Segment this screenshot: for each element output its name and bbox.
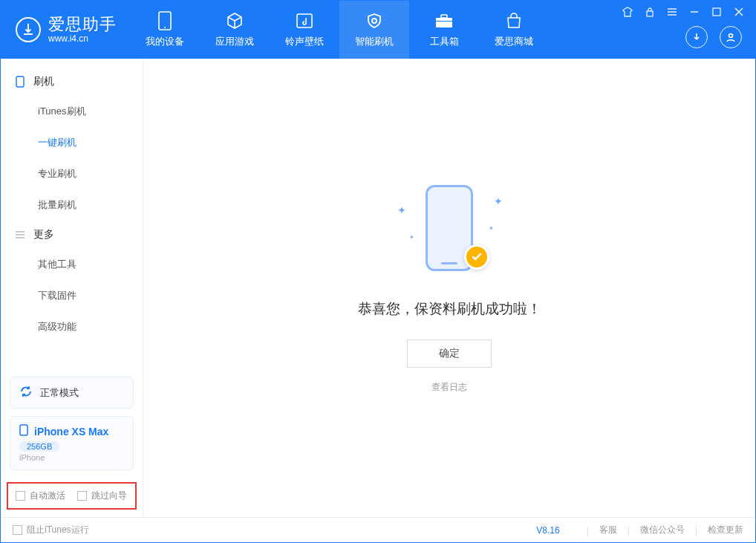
app-window: 爱思助手 www.i4.cn 我的设备 应用游戏 铃声壁纸 智能刷机: [0, 0, 756, 543]
list-icon: [14, 229, 26, 241]
header-actions: [685, 26, 742, 48]
menu-icon[interactable]: [666, 7, 678, 17]
svg-point-8: [729, 34, 733, 38]
svg-rect-4: [441, 15, 447, 18]
checkbox-label: 阻止iTunes运行: [27, 524, 89, 536]
success-message: 恭喜您，保资料刷机成功啦！: [358, 299, 541, 319]
sidebar-item-advanced[interactable]: 高级功能: [1, 311, 143, 342]
sparkle-icon: ✦: [489, 225, 494, 232]
nav-label: 我的设备: [146, 35, 184, 48]
phone-small-icon: [19, 424, 28, 438]
app-name-cn: 爱思助手: [48, 16, 117, 33]
logo-icon: [16, 17, 41, 42]
sparkle-icon: ✦: [494, 195, 503, 207]
svg-rect-2: [297, 14, 312, 27]
sidebar-list-more: 其他工具 下载固件 高级功能: [1, 249, 143, 342]
section-title: 刷机: [33, 75, 54, 88]
nav-label: 应用游戏: [215, 35, 254, 48]
checkbox-icon: [16, 491, 25, 501]
lock-icon[interactable]: [644, 7, 656, 17]
footer-link-update[interactable]: 检查更新: [708, 524, 743, 536]
svg-rect-7: [713, 8, 720, 16]
close-icon[interactable]: [733, 7, 745, 17]
nav-apps[interactable]: 应用游戏: [200, 1, 270, 59]
checkbox-icon: [13, 525, 22, 535]
phone-icon: [14, 76, 26, 88]
checkbox-icon: [77, 491, 87, 501]
download-button[interactable]: [685, 26, 708, 48]
footer-link-wechat[interactable]: 微信公众号: [640, 524, 685, 536]
store-icon: [504, 11, 524, 30]
success-illustration: ✦ ✦ ✦ ✦: [382, 182, 516, 279]
nav-label: 铃声壁纸: [285, 35, 324, 48]
svg-rect-6: [647, 11, 653, 16]
nav-my-device[interactable]: 我的设备: [130, 1, 200, 59]
device-card[interactable]: iPhone XS Max 256GB iPhone: [10, 416, 134, 470]
sparkle-icon: ✦: [409, 234, 414, 241]
footer: 阻止iTunes运行 V8.16 | 客服 | 微信公众号 | 检查更新: [1, 517, 755, 542]
footer-link-support[interactable]: 客服: [599, 524, 617, 536]
mode-label: 正常模式: [40, 386, 79, 400]
device-type: iPhone: [19, 453, 124, 462]
svg-point-1: [164, 27, 166, 28]
checkbox-auto-activate[interactable]: 自动激活: [16, 490, 65, 502]
checkmark-badge-icon: [464, 244, 489, 270]
sidebar-item-other-tools[interactable]: 其他工具: [1, 249, 143, 280]
checkbox-label: 跳过向导: [91, 490, 127, 502]
sidebar: 刷机 iTunes刷机 一键刷机 专业刷机 批量刷机 更多 其他工具 下载固件 …: [1, 59, 143, 517]
toolbox-icon: [434, 11, 454, 30]
version-label: V8.16: [536, 525, 559, 536]
sidebar-list-flash: iTunes刷机 一键刷机 专业刷机 批量刷机: [1, 96, 143, 221]
window-controls: [622, 7, 745, 17]
sidebar-section-more: 更多: [1, 221, 143, 249]
svg-rect-10: [20, 425, 27, 435]
device-icon: [155, 11, 175, 30]
sidebar-item-download-firmware[interactable]: 下载固件: [1, 280, 143, 311]
device-storage: 256GB: [19, 441, 59, 452]
nav-label: 智能刷机: [355, 35, 394, 48]
sidebar-section-flash: 刷机: [1, 68, 143, 96]
logo: 爱思助手 www.i4.cn: [1, 16, 130, 43]
nav-label: 爱思商城: [495, 35, 533, 48]
sparkle-icon: ✦: [397, 204, 406, 216]
sidebar-item-pro-flash[interactable]: 专业刷机: [1, 158, 143, 189]
sidebar-item-oneclick-flash[interactable]: 一键刷机: [1, 127, 143, 158]
mode-card[interactable]: 正常模式: [10, 377, 134, 409]
sync-icon: [19, 385, 33, 400]
sidebar-item-batch-flash[interactable]: 批量刷机: [1, 189, 143, 221]
music-folder-icon: [295, 11, 314, 30]
nav: 我的设备 应用游戏 铃声壁纸 智能刷机 工具箱 爱思商城: [130, 1, 549, 59]
user-button[interactable]: [720, 26, 742, 48]
device-name: iPhone XS Max: [34, 426, 108, 438]
header: 爱思助手 www.i4.cn 我的设备 应用游戏 铃声壁纸 智能刷机: [1, 1, 755, 59]
view-log-link[interactable]: 查看日志: [431, 381, 467, 394]
checkbox-label: 自动激活: [30, 490, 65, 502]
sidebar-item-itunes-flash[interactable]: iTunes刷机: [1, 96, 143, 127]
section-title: 更多: [33, 228, 54, 241]
options-highlight: 自动激活 跳过向导: [7, 482, 137, 510]
main-content: ✦ ✦ ✦ ✦ 恭喜您，保资料刷机成功啦！ 确定 查看日志: [143, 59, 755, 517]
checkbox-skip-guide[interactable]: 跳过向导: [77, 490, 127, 502]
nav-label: 工具箱: [430, 35, 459, 48]
svg-rect-9: [16, 77, 24, 87]
minimize-icon[interactable]: [688, 7, 700, 17]
nav-toolbox[interactable]: 工具箱: [409, 1, 479, 59]
checkbox-stop-itunes[interactable]: 阻止iTunes运行: [13, 524, 89, 536]
body: 刷机 iTunes刷机 一键刷机 专业刷机 批量刷机 更多 其他工具 下载固件 …: [1, 59, 755, 517]
maximize-icon[interactable]: [711, 7, 723, 17]
ok-button[interactable]: 确定: [407, 339, 492, 368]
shirt-icon[interactable]: [622, 7, 633, 17]
app-name-en: www.i4.cn: [48, 34, 117, 44]
nav-store[interactable]: 爱思商城: [479, 1, 549, 59]
logo-text: 爱思助手 www.i4.cn: [48, 16, 117, 43]
refresh-shield-icon: [365, 11, 384, 30]
cube-icon: [225, 11, 244, 30]
svg-rect-3: [436, 18, 452, 27]
svg-rect-5: [436, 21, 452, 22]
nav-flash[interactable]: 智能刷机: [339, 1, 409, 59]
nav-ringtone[interactable]: 铃声壁纸: [270, 1, 339, 59]
